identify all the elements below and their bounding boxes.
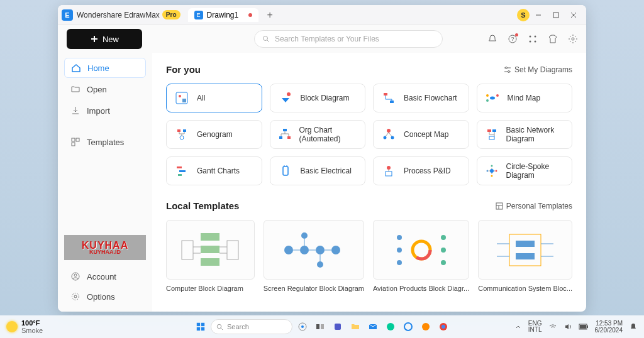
language-indicator[interactable]: ENGINTL — [528, 320, 542, 333]
category-concept-map[interactable]: Concept Map — [373, 120, 469, 149]
category-all[interactable]: All — [166, 84, 262, 112]
category-label: Mind Map — [508, 94, 541, 102]
category-label: Basic Electrical — [301, 166, 352, 175]
sidebar-label: Options — [87, 292, 115, 302]
svg-point-58 — [490, 169, 494, 173]
mail-icon[interactable] — [365, 319, 380, 334]
sidebar-item-open[interactable]: Open — [64, 79, 146, 99]
svg-rect-32 — [390, 101, 394, 103]
template-label: Screen Regulator Block Diagram — [264, 285, 364, 292]
maximize-button[interactable] — [547, 8, 565, 23]
template-label: Communication System Bloc... — [478, 285, 572, 292]
app-title: Wondershare EdrawMax — [77, 11, 160, 19]
template-card[interactable]: Screen Regulator Block Diagram — [264, 220, 364, 292]
svg-point-73 — [316, 246, 325, 254]
svg-line-7 — [267, 40, 269, 42]
shirt-icon[interactable] — [547, 33, 558, 45]
category-block-diagram[interactable]: Block Diagram — [270, 84, 366, 112]
category-gantt[interactable]: Gantt Charts — [166, 156, 262, 185]
personal-templates-link[interactable]: Personal Templates — [495, 202, 572, 210]
copilot-icon[interactable] — [295, 319, 310, 334]
sidebar-item-import[interactable]: Import — [64, 101, 146, 121]
category-pid[interactable]: Process P&ID — [373, 156, 469, 185]
svg-point-13 — [535, 41, 536, 43]
unsaved-dot-icon — [248, 13, 252, 17]
all-icon — [174, 90, 189, 106]
new-label: New — [103, 35, 119, 44]
template-thumbnail — [373, 220, 469, 280]
category-org-chart[interactable]: Org Chart (Automated) — [270, 120, 366, 149]
category-mind-map[interactable]: Mind Map — [477, 84, 573, 112]
svg-rect-42 — [287, 136, 291, 139]
sidebar-item-account[interactable]: Account — [64, 266, 146, 286]
sidebar-item-options[interactable]: Options — [64, 286, 146, 307]
conceptmap-icon — [381, 127, 396, 142]
taskbar-search[interactable]: Search — [211, 319, 292, 334]
explorer-icon[interactable] — [348, 319, 363, 334]
bell-icon[interactable] — [487, 33, 498, 45]
svg-point-20 — [74, 295, 77, 298]
weather-widget[interactable]: 100°FSmoke — [6, 319, 43, 334]
templates-icon — [70, 137, 80, 147]
electrical-icon — [278, 163, 293, 178]
category-label: Org Chart (Automated) — [299, 126, 358, 144]
gear-icon[interactable] — [567, 33, 579, 45]
svg-point-59 — [491, 165, 492, 167]
svg-rect-67 — [201, 246, 219, 253]
teams-icon[interactable] — [330, 319, 345, 334]
new-tab-button[interactable]: + — [264, 9, 276, 21]
template-card[interactable]: Aviation Products Block Diagr... — [373, 220, 469, 292]
start-button[interactable] — [193, 319, 208, 334]
svg-rect-51 — [178, 174, 182, 176]
minimize-button[interactable] — [530, 8, 547, 23]
dell-icon[interactable] — [401, 319, 416, 334]
category-genogram[interactable]: Genogram — [166, 120, 262, 149]
svg-rect-88 — [197, 323, 200, 326]
set-my-diagrams-link[interactable]: Set My Diagrams — [503, 65, 572, 74]
svg-point-25 — [508, 70, 509, 72]
chrome-icon[interactable] — [436, 319, 451, 334]
category-label: Process P&ID — [404, 166, 451, 175]
category-circle-spoke[interactable]: Circle-Spoke Diagram — [477, 156, 573, 185]
category-network-diagram[interactable]: Basic Network Diagram — [477, 120, 573, 149]
svg-point-44 — [384, 136, 387, 139]
svg-rect-70 — [227, 241, 238, 259]
category-basic-flowchart[interactable]: Basic Flowchart — [373, 84, 469, 112]
weather-condition: Smoke — [21, 327, 43, 334]
gantt-icon — [174, 163, 189, 178]
wifi-icon[interactable] — [548, 322, 557, 331]
tab-drawing[interactable]: E Drawing1 — [188, 8, 259, 22]
topbar: New Search Templates or Your Files ? — [58, 25, 586, 53]
svg-point-102 — [422, 323, 430, 330]
volume-icon[interactable] — [564, 322, 572, 331]
svg-rect-90 — [197, 327, 200, 330]
user-avatar[interactable]: S — [517, 9, 530, 21]
svg-point-6 — [264, 36, 268, 41]
app-icon: E — [62, 9, 73, 21]
svg-point-14 — [572, 38, 574, 40]
sidebar-label: Home — [87, 63, 109, 73]
sidebar-item-templates[interactable]: Templates — [64, 132, 146, 152]
firefox-icon[interactable] — [418, 319, 433, 334]
sidebar-item-home[interactable]: Home — [64, 58, 146, 78]
svg-point-92 — [217, 324, 221, 328]
close-button[interactable] — [565, 8, 582, 23]
clock[interactable]: 12:53 PM6/20/2024 — [595, 320, 623, 334]
template-card[interactable]: Communication System Bloc... — [478, 220, 572, 292]
apps-icon[interactable] — [527, 33, 538, 45]
category-label: Basic Flowchart — [404, 94, 457, 102]
edge-icon[interactable] — [383, 319, 398, 334]
category-electrical[interactable]: Basic Electrical — [270, 156, 366, 185]
template-card[interactable]: Computer Block Diagram — [166, 220, 255, 292]
svg-rect-68 — [201, 258, 219, 266]
chevron-up-icon[interactable] — [514, 323, 522, 330]
new-button[interactable]: New — [67, 29, 142, 49]
notifications-icon[interactable] — [629, 322, 638, 331]
template-thumbnail — [264, 220, 364, 280]
help-icon[interactable]: ? — [507, 33, 518, 45]
search-input[interactable]: Search Templates or Your Files — [254, 30, 443, 48]
svg-point-81 — [397, 260, 402, 265]
taskview-icon[interactable] — [313, 319, 328, 334]
battery-icon[interactable] — [579, 323, 589, 330]
svg-rect-1 — [553, 13, 558, 18]
